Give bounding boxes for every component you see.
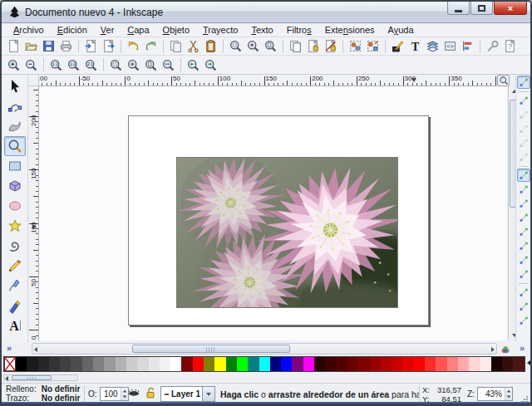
- color-swatch-ff8080[interactable]: [447, 357, 458, 371]
- vertical-ruler[interactable]: 200150100500: [28, 86, 39, 340]
- create-clone-button[interactable]: [304, 38, 322, 55]
- ungroup-button[interactable]: [364, 38, 382, 55]
- zoom-page-width-button[interactable]: [160, 56, 177, 73]
- color-swatch-00ff00[interactable]: [237, 357, 248, 371]
- color-swatch-999999[interactable]: [104, 357, 115, 371]
- color-swatch-cccccc[interactable]: [126, 357, 137, 371]
- unlink-clone-button[interactable]: [322, 38, 339, 55]
- layer-dropdown-button[interactable]: [202, 387, 214, 401]
- rectangle-tool-button[interactable]: [4, 156, 26, 176]
- node-tool-button[interactable]: [4, 96, 26, 116]
- color-swatch-2b0000[interactable]: [314, 357, 325, 371]
- layer-lock-toggle[interactable]: [144, 386, 159, 401]
- canvas[interactable]: [39, 86, 507, 340]
- document-properties-button[interactable]: ?: [501, 38, 519, 55]
- zoom-page-button[interactable]: [262, 38, 279, 55]
- scroll-right-icon[interactable]: [491, 347, 495, 352]
- color-swatch-b3b3b3[interactable]: [116, 357, 126, 371]
- snap-smooth-nodes-button[interactable]: [517, 225, 530, 238]
- zoom-1-1-button[interactable]: 1:1: [47, 56, 65, 73]
- zoom-2-1-button[interactable]: 2:1: [82, 56, 100, 73]
- close-button[interactable]: ×: [494, 2, 527, 15]
- box3d-tool-button[interactable]: [4, 176, 26, 196]
- snapbar-overflow-button[interactable]: »: [520, 343, 525, 353]
- color-swatch-808080[interactable]: [93, 357, 104, 371]
- color-swatch-ffff00[interactable]: [214, 357, 225, 371]
- new-document-button[interactable]: [5, 38, 22, 55]
- copy-button[interactable]: [167, 38, 185, 55]
- color-swatch-6a0000[interactable]: [347, 357, 358, 371]
- color-swatch-666666[interactable]: [82, 357, 93, 371]
- color-swatch-cc0000[interactable]: [392, 357, 402, 371]
- color-swatch-00ffff[interactable]: [259, 357, 270, 371]
- color-swatch-333333[interactable]: [49, 357, 60, 371]
- snap-bbox-centers-button[interactable]: [517, 150, 530, 164]
- snap-rotation-centers-button[interactable]: [517, 267, 530, 281]
- snap-bbox-corners-button[interactable]: [517, 122, 530, 135]
- color-swatch-ffd5d5[interactable]: [469, 357, 480, 371]
- snap-guides-button[interactable]: [517, 314, 530, 327]
- zoom-drawing-button[interactable]: [244, 38, 262, 55]
- horizontal-ruler[interactable]: -100-50050100150200250300350: [39, 75, 497, 86]
- color-swatch-ff2a2a[interactable]: [425, 357, 436, 371]
- minimize-button[interactable]: [447, 2, 470, 15]
- color-swatch-e60000[interactable]: [402, 357, 413, 371]
- snap-bbox-edges-button[interactable]: [517, 108, 530, 121]
- menu-filtros[interactable]: Filtros: [280, 24, 318, 36]
- horizontal-scrollbar[interactable]: [32, 343, 497, 355]
- calligraphy-tool-button[interactable]: [4, 296, 26, 316]
- selector-tool-button[interactable]: [4, 76, 26, 96]
- scroll-left-icon[interactable]: [34, 347, 37, 352]
- preferences-button[interactable]: [484, 38, 501, 55]
- zoom-previous-button[interactable]: [185, 56, 202, 73]
- print-button[interactable]: [57, 38, 75, 55]
- menu-ayuda[interactable]: Ayuda: [382, 24, 421, 36]
- xml-editor-button[interactable]: <>: [441, 38, 459, 55]
- color-swatch-404040[interactable]: [60, 357, 71, 371]
- menu-objeto[interactable]: Objeto: [156, 24, 196, 36]
- toolbox-overflow-button[interactable]: »: [7, 343, 12, 353]
- save-document-button[interactable]: [40, 38, 57, 55]
- duplicate-button[interactable]: [287, 38, 304, 55]
- menu-texto[interactable]: Texto: [244, 24, 279, 36]
- no-color-swatch[interactable]: [4, 357, 16, 371]
- fill-and-stroke-button[interactable]: [389, 38, 406, 55]
- snap-line-midpoints-button[interactable]: [517, 239, 530, 252]
- zoom-spinbox[interactable]: 43%: [477, 387, 513, 401]
- opacity-spinbox[interactable]: 100: [100, 387, 129, 401]
- color-swatch-350d0d[interactable]: [502, 357, 513, 371]
- snap-cusp-nodes-button[interactable]: [517, 211, 530, 224]
- zoom-next-button[interactable]: [202, 56, 219, 73]
- color-swatch-ffeaea[interactable]: [480, 357, 490, 371]
- snap-bbox-button[interactable]: [517, 94, 530, 107]
- zoom-out-button[interactable]: [22, 56, 40, 73]
- text-and-font-button[interactable]: T: [406, 38, 424, 55]
- horizontal-scrollbar-thumb[interactable]: [132, 345, 290, 353]
- menu-capa[interactable]: Capa: [121, 24, 155, 36]
- tweak-tool-button[interactable]: [4, 116, 26, 136]
- color-swatch-ff0000[interactable]: [193, 357, 204, 371]
- color-swatch-ffffff[interactable]: [170, 357, 181, 371]
- color-swatch-262626[interactable]: [38, 357, 49, 371]
- layer-selector[interactable]: Layer 1: [160, 386, 215, 402]
- color-swatch-f2f2f2[interactable]: [160, 357, 170, 371]
- open-document-button[interactable]: [22, 38, 40, 55]
- sticky-zoom-toggle[interactable]: [497, 75, 510, 86]
- zoom-selection-button[interactable]: [227, 38, 244, 55]
- color-swatch-000080[interactable]: [270, 357, 281, 371]
- color-swatch-1a0000[interactable]: [491, 357, 502, 371]
- spiral-tool-button[interactable]: [4, 236, 26, 256]
- color-swatch-e6e6e6[interactable]: [149, 357, 160, 371]
- color-swatch-4d4d4d[interactable]: [71, 357, 81, 371]
- zoom-page-button[interactable]: [142, 56, 160, 73]
- menu-archivo[interactable]: Archivo: [7, 24, 51, 36]
- menu-extensiones[interactable]: Extensiones: [318, 24, 382, 36]
- color-swatch-800000[interactable]: [358, 357, 369, 371]
- color-swatch-ff0000[interactable]: [414, 357, 425, 371]
- color-swatch-0000ff[interactable]: [281, 357, 292, 371]
- zoom-tool-button[interactable]: [4, 136, 26, 156]
- paste-button[interactable]: [202, 38, 219, 55]
- palette-scrollbar[interactable]: [3, 374, 78, 381]
- snap-enable-button[interactable]: [517, 76, 530, 89]
- color-swatch-ff5555[interactable]: [436, 357, 446, 371]
